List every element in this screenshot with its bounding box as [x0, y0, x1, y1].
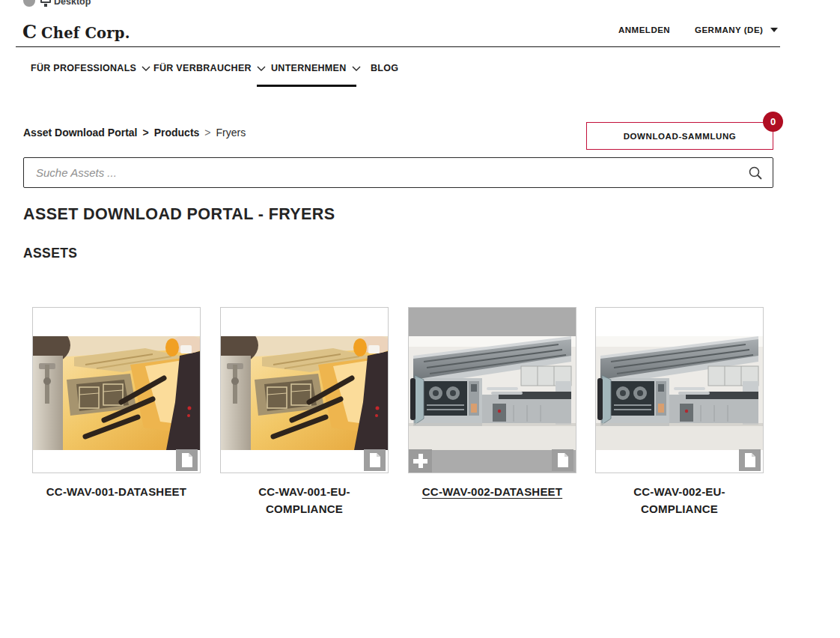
region-label: GERMANY (DE): [695, 25, 763, 34]
login-link[interactable]: ANMELDEN: [618, 25, 670, 34]
asset-card-cc-wav-001-eu-compliance[interactable]: [220, 307, 389, 473]
asset-thumbnail-kitchen: [596, 336, 763, 450]
asset-card-cc-wav-002-datasheet[interactable]: [408, 307, 576, 473]
search-box: [23, 157, 773, 188]
asset-title[interactable]: CC-WAV-002-DATASHEET: [419, 483, 566, 500]
chevron-down-icon: [141, 66, 150, 71]
nav-item-fuer-professionals[interactable]: FÜR PROFESSIONALS: [31, 63, 150, 73]
breadcrumb-current-fryers: Fryers: [216, 127, 246, 139]
region-selector[interactable]: GERMANY (DE): [695, 25, 778, 34]
header-divider: [16, 46, 780, 47]
nav-item-unternehmen[interactable]: UNTERNEHMEN: [271, 63, 361, 73]
add-to-collection-icon[interactable]: [409, 449, 432, 473]
search-icon[interactable]: [748, 165, 763, 180]
logo-mark: C: [22, 21, 36, 43]
monitor-icon: [40, 0, 51, 3]
breadcrumb-link-asset-download-portal[interactable]: Asset Download Portal: [23, 127, 137, 139]
chevron-down-icon: [257, 66, 266, 71]
chevron-down-icon: [352, 66, 361, 71]
caret-down-icon: [770, 28, 778, 32]
asset-title[interactable]: CC-WAV-002-EU-COMPLIANCE: [606, 483, 753, 517]
status-dot: [23, 0, 35, 7]
logo-text: Chef Corp.: [41, 25, 130, 42]
nav-item-blog[interactable]: BLOG: [371, 63, 398, 73]
desktop-label: Desktop: [54, 0, 91, 7]
nav-label: FÜR VERBRAUCHER: [153, 63, 252, 73]
asset-column: CC-WAV-002-EU-COMPLIANCE: [595, 307, 764, 517]
nav-item-fuer-verbraucher[interactable]: FÜR VERBRAUCHER: [153, 63, 266, 73]
asset-column: CC-WAV-001-DATASHEET: [32, 307, 201, 500]
search-input[interactable]: [24, 158, 748, 187]
breadcrumb-separator: >: [142, 127, 148, 139]
download-collection-button[interactable]: DOWNLOAD-SAMMLUNG: [586, 122, 773, 150]
document-file-icon: [552, 449, 573, 471]
desktop-taskbar: Desktop: [0, 0, 840, 8]
asset-thumbnail-fryer: [33, 336, 200, 450]
nav-label: UNTERNEHMEN: [271, 63, 347, 73]
page-title: ASSET DOWNLOAD PORTAL - FRYERS: [23, 205, 335, 224]
section-title-assets: ASSETS: [23, 246, 77, 261]
active-nav-underline: [257, 85, 356, 87]
breadcrumb-separator: >: [204, 127, 210, 139]
logo[interactable]: C Chef Corp.: [22, 21, 130, 43]
breadcrumb-link-products[interactable]: Products: [154, 127, 200, 139]
breadcrumb: Asset Download Portal > Products > Fryer…: [23, 127, 246, 139]
asset-column: CC-WAV-002-DATASHEET: [408, 307, 576, 500]
asset-card-cc-wav-002-eu-compliance[interactable]: [595, 307, 764, 473]
document-file-icon: [739, 449, 761, 471]
asset-column: CC-WAV-001-EU-COMPLIANCE: [220, 307, 389, 517]
asset-card-cc-wav-001-datasheet[interactable]: [32, 307, 201, 473]
asset-title[interactable]: CC-WAV-001-DATASHEET: [43, 483, 190, 500]
asset-thumbnail-fryer: [221, 336, 388, 450]
asset-thumbnail-kitchen: [409, 336, 576, 450]
document-file-icon: [364, 449, 386, 471]
document-file-icon: [176, 449, 198, 471]
nav-label: BLOG: [371, 63, 398, 73]
asset-title[interactable]: CC-WAV-001-EU-COMPLIANCE: [231, 483, 378, 517]
collection-count-badge: 0: [763, 112, 783, 132]
nav-label: FÜR PROFESSIONALS: [31, 63, 136, 73]
